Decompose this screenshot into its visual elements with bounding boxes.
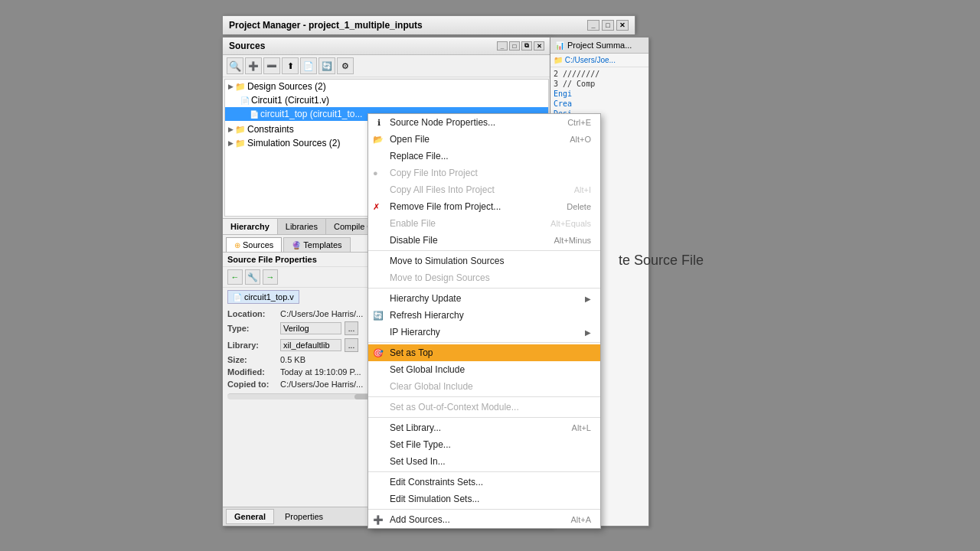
path-icon: 📁 bbox=[554, 56, 563, 64]
menu-sep-4 bbox=[368, 396, 600, 397]
enable-file-shortcut: Alt+Equals bbox=[550, 219, 591, 228]
menu-sep-2 bbox=[368, 288, 600, 289]
circuit1-top-icon: 📄 bbox=[250, 110, 259, 119]
size-label: Size: bbox=[227, 355, 277, 364]
menu-item-add-sources[interactable]: ➕ Add Sources... Alt+A bbox=[368, 511, 600, 528]
move-down-button[interactable]: 📄 bbox=[300, 57, 317, 74]
menu-item-ip-hierarchy[interactable]: IP Hierarchy ▶ bbox=[368, 324, 600, 341]
type-label: Type: bbox=[227, 324, 277, 333]
replace-file-label: Replace File... bbox=[390, 151, 449, 161]
menu-item-disable-file[interactable]: Disable File Alt+Minus bbox=[368, 232, 600, 249]
constraints-icon: 📁 bbox=[235, 125, 246, 135]
tab-libraries[interactable]: Libraries bbox=[278, 219, 326, 234]
prop-back-button[interactable]: ← bbox=[227, 269, 243, 285]
panel-float[interactable]: ⧉ bbox=[521, 41, 532, 51]
set-top-label: Set as Top bbox=[390, 347, 433, 358]
menu-item-edit-simulation[interactable]: Edit Simulation Sets... bbox=[368, 491, 600, 507]
close-button[interactable]: ✕ bbox=[616, 20, 629, 31]
tree-item-design-sources[interactable]: ▶ 📁 Design Sources (2) bbox=[225, 80, 548, 93]
sources-title: Sources bbox=[229, 41, 265, 51]
menu-item-set-library[interactable]: Set Library... Alt+L bbox=[368, 419, 600, 436]
menu-item-refresh-hierarchy[interactable]: 🔄 Refresh Hierarchy bbox=[368, 307, 600, 324]
search-button[interactable]: 🔍 bbox=[227, 57, 243, 74]
refresh-h-icon: 🔄 bbox=[373, 311, 384, 321]
code-label-crea: Crea bbox=[554, 99, 645, 109]
library-input[interactable] bbox=[280, 339, 341, 351]
constraints-label: Constraints bbox=[247, 124, 294, 135]
code-label-engi: Engi bbox=[554, 89, 645, 99]
library-browse-button[interactable]: ... bbox=[345, 338, 358, 352]
size-value: 0.5 KB bbox=[280, 355, 305, 364]
library-label: Library: bbox=[227, 341, 277, 350]
menu-sep-1 bbox=[368, 250, 600, 251]
context-menu: ℹ Source Node Properties... Ctrl+E 📂 Ope… bbox=[368, 113, 601, 529]
copy-all-shortcut: Alt+I bbox=[574, 185, 591, 194]
refresh-button[interactable]: 🔄 bbox=[318, 57, 335, 74]
templates-icon: 🔮 bbox=[292, 241, 301, 249]
menu-item-edit-constraints[interactable]: Edit Constraints Sets... bbox=[368, 474, 600, 491]
circuit1-top-label: circuit1_top (circuit1_to... bbox=[260, 109, 362, 119]
disable-file-shortcut: Alt+Minus bbox=[554, 236, 591, 245]
menu-sep-5 bbox=[368, 417, 600, 418]
tab-properties[interactable]: Properties bbox=[277, 510, 331, 523]
menu-item-set-used-in[interactable]: Set Used In... bbox=[368, 453, 600, 470]
ip-hierarchy-label: IP Hierarchy bbox=[390, 327, 440, 337]
location-label: Location: bbox=[227, 309, 277, 318]
menu-item-set-as-top[interactable]: 🎯 Set as Top bbox=[368, 344, 600, 361]
panel-minimize[interactable]: _ bbox=[497, 41, 508, 51]
panel-restore[interactable]: □ bbox=[509, 41, 520, 51]
panel-close[interactable]: ✕ bbox=[534, 41, 544, 51]
copy-file-label: Copy File Into Project bbox=[390, 168, 478, 178]
move-up-button[interactable]: ⬆ bbox=[282, 57, 299, 74]
menu-sep-6 bbox=[368, 471, 600, 472]
circuit1-label: Circuit1 (Circuit1.v) bbox=[251, 95, 329, 106]
modified-label: Modified: bbox=[227, 367, 277, 377]
remove-file-button[interactable]: ➖ bbox=[263, 57, 280, 74]
sources-icon: ⊕ bbox=[234, 241, 240, 249]
set-top-icon: 🎯 bbox=[373, 348, 384, 358]
minimize-button[interactable]: _ bbox=[587, 20, 599, 31]
menu-item-hierarchy-update[interactable]: Hierarchy Update ▶ bbox=[368, 290, 600, 307]
menu-item-source-node-props[interactable]: ℹ Source Node Properties... Ctrl+E bbox=[368, 114, 600, 131]
prop-forward-button[interactable]: → bbox=[263, 269, 278, 285]
panel-controls: _ □ ⧉ ✕ bbox=[497, 41, 544, 51]
open-file-label: Open File bbox=[390, 134, 430, 145]
menu-item-move-sim[interactable]: Move to Simulation Sources bbox=[368, 253, 600, 269]
set-global-label: Set Global Include bbox=[390, 364, 465, 375]
modified-value: Today at 19:10:09 P... bbox=[280, 367, 361, 377]
tab-hierarchy[interactable]: Hierarchy bbox=[223, 219, 278, 234]
add-sources-shortcut: Alt+A bbox=[570, 515, 591, 524]
menu-item-set-file-type[interactable]: Set File Type... bbox=[368, 436, 600, 453]
sources-sub-label: Sources bbox=[243, 240, 273, 249]
right-panel-tab[interactable]: 📊 Project Summa... bbox=[550, 37, 648, 54]
add-sources-label: Add Sources... bbox=[390, 514, 450, 525]
menu-item-open-file[interactable]: 📂 Open File Alt+O bbox=[368, 131, 600, 148]
set-library-label: Set Library... bbox=[390, 422, 441, 433]
settings-button[interactable]: ⚙ bbox=[337, 57, 354, 74]
type-input[interactable] bbox=[280, 322, 341, 334]
sim-expand: ▶ bbox=[228, 139, 234, 147]
remove-file-shortcut: Delete bbox=[567, 202, 591, 211]
menu-item-replace-file[interactable]: Replace File... bbox=[368, 148, 600, 165]
sub-tab-templates[interactable]: 🔮 Templates bbox=[283, 237, 350, 252]
sub-tab-sources[interactable]: ⊕ Sources bbox=[226, 237, 282, 252]
move-design-label: Move to Design Sources bbox=[390, 272, 490, 283]
add-file-button[interactable]: ➕ bbox=[245, 57, 262, 74]
circuit1-icon: 📄 bbox=[240, 96, 250, 105]
file-tab[interactable]: 📄 circuit1_top.v bbox=[227, 290, 299, 304]
design-sources-label: Design Sources (2) bbox=[247, 81, 326, 92]
menu-item-set-global[interactable]: Set Global Include bbox=[368, 361, 600, 378]
tab-general[interactable]: General bbox=[226, 509, 274, 524]
constraints-expand: ▶ bbox=[228, 126, 234, 133]
hierarchy-update-label: Hierarchy Update bbox=[390, 293, 461, 304]
prop-refresh-button[interactable]: 🔧 bbox=[245, 269, 260, 285]
window-title: Project Manager - project_1_multiple_inp… bbox=[229, 20, 423, 31]
menu-item-remove-file[interactable]: ✗ Remove File from Project... Delete bbox=[368, 198, 600, 215]
maximize-button[interactable]: □ bbox=[602, 20, 614, 31]
sources-title-bar: Sources _ □ ⧉ ✕ bbox=[223, 37, 550, 55]
tree-item-circuit1[interactable]: 📄 Circuit1 (Circuit1.v) bbox=[225, 93, 548, 107]
file-tab-icon: 📄 bbox=[233, 293, 242, 302]
hierarchy-update-arrow: ▶ bbox=[585, 295, 591, 303]
type-browse-button[interactable]: ... bbox=[345, 321, 358, 335]
folder-icon: 📁 bbox=[235, 82, 246, 92]
